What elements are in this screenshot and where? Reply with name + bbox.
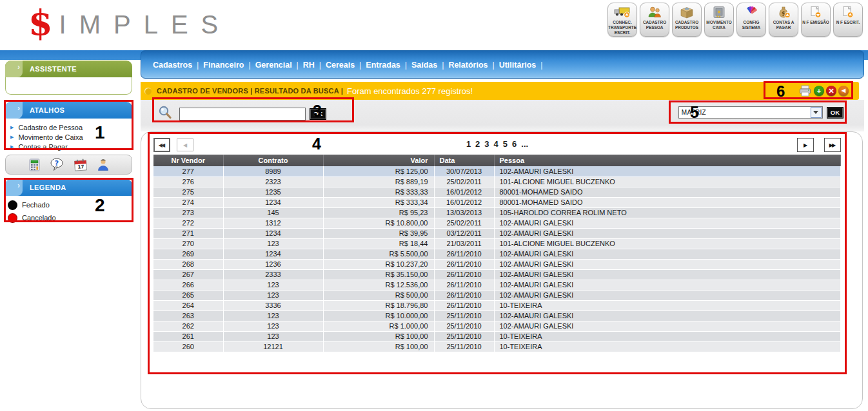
- cell-pessoa: 105-HAROLDO CORREA ROLIM NETO: [494, 207, 841, 218]
- calendar-icon[interactable]: 17: [74, 158, 88, 171]
- table-row[interactable]: 264 3336 R$ 18.796,80 26/11/2010 10-TEIX…: [153, 300, 841, 311]
- table-row[interactable]: 272 1312 R$ 10.800,00 25/02/2011 102-AMA…: [153, 218, 841, 228]
- cell-pessoa: 102-AMAURI GALESKI: [494, 166, 841, 177]
- delete-icon[interactable]: ✕: [826, 86, 836, 96]
- table-row[interactable]: 260 12121 R$ 100,00 25/11/2010 10-TEIXEI…: [153, 341, 841, 352]
- app-button-contas-a-pagar[interactable]: $ CONTAS A PAGAR: [769, 3, 798, 37]
- page-number[interactable]: 6: [512, 139, 517, 149]
- table-row[interactable]: 270 123 R$ 18,44 21/03/2011 101-ALCIONE …: [153, 238, 841, 249]
- table-row[interactable]: 276 2323 R$ 889,19 25/02/2011 101-ALCION…: [153, 177, 841, 187]
- app-button-cadastro-pessoa[interactable]: CADASTRO PESSOA: [640, 3, 669, 37]
- table-row[interactable]: 265 123 R$ 500,00 26/11/2010 102-AMAURI …: [153, 290, 841, 300]
- last-page-button[interactable]: ▶▶: [824, 138, 841, 152]
- legenda-title: LEGENDA: [30, 184, 66, 191]
- company-select[interactable]: MATRIZ: [678, 106, 823, 119]
- page-number[interactable]: 4: [494, 139, 498, 149]
- app-button-movimento-caixa[interactable]: MOVIMENTO CAIXA: [704, 3, 734, 37]
- add-icon[interactable]: +: [814, 86, 824, 96]
- cell-valor: R$ 125,00: [323, 166, 434, 177]
- pager-row: ◀◀ ◀ 123456... ▶ ▶▶: [153, 138, 841, 155]
- svg-text:?: ?: [54, 159, 58, 167]
- table-row[interactable]: 275 1235 R$ 333,33 16/01/2012 80001-MOHA…: [153, 187, 841, 197]
- legenda-panel: LEGENDA Fechado Cancelado: [5, 179, 132, 224]
- cell-data: 26/11/2010: [434, 269, 494, 280]
- page-number[interactable]: 2: [475, 139, 480, 149]
- menu-item[interactable]: RH: [303, 61, 326, 70]
- cell-valor: R$ 10.237,20: [323, 259, 434, 269]
- page-number[interactable]: ...: [521, 139, 528, 149]
- menu-item[interactable]: Cereais: [326, 61, 366, 70]
- cell-data: 21/03/2011: [434, 238, 494, 249]
- cell-nr-vendor: 273: [153, 207, 223, 218]
- page-number[interactable]: 5: [503, 139, 508, 149]
- app-button-config-sistema[interactable]: CONFIG SISTEMA: [736, 3, 766, 37]
- arrow-right-icon: ▶: [10, 135, 14, 140]
- help-icon[interactable]: ?: [50, 158, 65, 171]
- menu-item[interactable]: Saídas: [411, 61, 448, 70]
- menu-item[interactable]: Utilitários: [499, 61, 547, 70]
- table-row[interactable]: 267 2333 R$ 35.150,00 26/11/2010 102-AMA…: [153, 269, 841, 280]
- results-table-zone: ◀◀ ◀ 123456... ▶ ▶▶ Nr Vendor Contrato V…: [153, 138, 841, 352]
- pagination: 123456...: [466, 139, 528, 149]
- shortcut-label: Movimento de Caixa: [18, 133, 83, 141]
- previous-page-button[interactable]: ◀: [177, 139, 193, 151]
- table-row[interactable]: 269 1234 R$ 5.500,00 26/11/2010 102-AMAU…: [153, 249, 841, 259]
- cell-data: 25/11/2010: [434, 311, 494, 321]
- shortcut-item[interactable]: ▶ Movimento de Caixa: [10, 132, 132, 142]
- cell-contrato: 2323: [223, 177, 323, 187]
- table-row[interactable]: 263 123 R$ 10.000,00 25/11/2010 102-AMAU…: [153, 311, 841, 321]
- app-button-cadastro-produtos[interactable]: CADASTRO PRODUTOS: [672, 3, 702, 37]
- table-row[interactable]: 277 8989 R$ 125,00 30/07/2013 102-AMAURI…: [153, 166, 841, 177]
- menu-item[interactable]: Entradas: [366, 61, 411, 70]
- company-ok-button[interactable]: OK: [827, 107, 843, 119]
- shortcut-item[interactable]: ▶ Cadastro de Pessoa: [10, 122, 132, 132]
- back-icon[interactable]: ◀: [838, 86, 849, 96]
- app-button-label: N F ESCRIT.: [836, 19, 861, 25]
- table-row[interactable]: 262 123 R$ 1.000,00 25/11/2010 102-AMAUR…: [153, 321, 841, 331]
- cell-contrato: 1236: [223, 259, 323, 269]
- table-row[interactable]: 274 1234 R$ 333,34 16/01/2012 80001-MOHA…: [153, 197, 841, 207]
- cell-pessoa: 101-ALCIONE MIGUEL BUCZENKO: [494, 177, 841, 187]
- menu-item[interactable]: Gerencial: [255, 61, 303, 70]
- cell-nr-vendor: 272: [153, 218, 223, 228]
- first-page-button[interactable]: ◀◀: [153, 138, 170, 152]
- menu-item[interactable]: Relatórios: [448, 61, 498, 70]
- main-menu: CadastrosFinanceiroGerencialRHCereaisEnt…: [153, 59, 547, 70]
- shortcut-item[interactable]: ▶ Contas a Pagar: [10, 142, 132, 151]
- breadcrumb: CADASTRO DE VENDORS | RESULTADO DA BUSCA…: [157, 87, 343, 95]
- table-row[interactable]: 261 123 R$ 100,00 25/11/2010 10-TEIXEIRA: [153, 331, 841, 341]
- search-ok-button[interactable]: OK: [310, 108, 326, 120]
- table-row[interactable]: 266 123 R$ 12.536,00 26/11/2010 102-AMAU…: [153, 280, 841, 290]
- app-button-nf-escrit[interactable]: N F ESCRIT.: [833, 3, 863, 37]
- person-icon[interactable]: [96, 158, 110, 171]
- panel-tab-icon: [5, 102, 23, 119]
- cell-nr-vendor: 261: [153, 331, 223, 341]
- svg-text:17: 17: [77, 164, 84, 170]
- truck-up-icon: [614, 5, 631, 19]
- table-row[interactable]: 273 145 R$ 95,23 13/03/2013 105-HAROLDO …: [153, 207, 841, 218]
- cell-data: 26/11/2010: [434, 259, 494, 269]
- table-row[interactable]: 268 1236 R$ 10.237,20 26/11/2010 102-AMA…: [153, 259, 841, 269]
- cell-nr-vendor: 260: [153, 341, 223, 352]
- cell-pessoa: 102-AMAURI GALESKI: [494, 259, 841, 269]
- calculator-icon[interactable]: [28, 158, 41, 171]
- legend-label: Fechado: [22, 201, 50, 209]
- cell-valor: R$ 18,44: [323, 238, 434, 249]
- cell-pessoa: 102-AMAURI GALESKI: [494, 280, 841, 290]
- atalhos-title: ATALHOS: [30, 106, 64, 114]
- cell-valor: R$ 333,33: [323, 187, 434, 197]
- next-page-button[interactable]: ▶: [797, 138, 814, 152]
- cell-valor: R$ 5.500,00: [323, 249, 434, 259]
- menu-item[interactable]: Financeiro: [203, 61, 255, 70]
- page-number[interactable]: 3: [484, 139, 489, 149]
- printer-icon[interactable]: [798, 84, 812, 97]
- app-button-nf-emissao[interactable]: N F EMISSÃO: [801, 3, 831, 37]
- legend-item-fechado: Fechado: [8, 198, 132, 211]
- menu-item[interactable]: Cadastros: [153, 61, 203, 70]
- search-input[interactable]: [179, 108, 306, 120]
- app-button-conhec-transporte[interactable]: CONHEC. TRANSPORTE ESCRIT.: [607, 3, 637, 37]
- page-number[interactable]: 1: [466, 139, 471, 149]
- table-row[interactable]: 271 1234 R$ 39,95 03/12/2011 102-AMAURI …: [153, 228, 841, 238]
- cell-contrato: 1312: [223, 218, 323, 228]
- cell-contrato: 123: [223, 311, 323, 321]
